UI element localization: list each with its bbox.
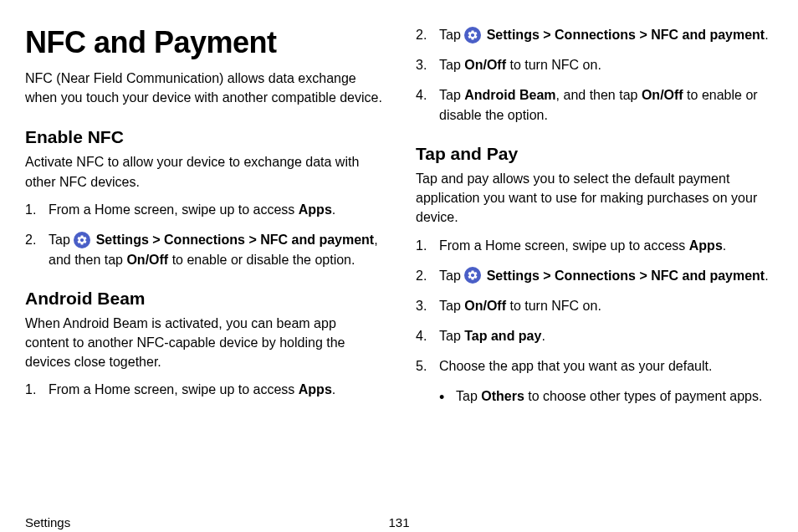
- step-text: From a Home screen, swipe up to access: [439, 238, 689, 253]
- step-text: Choose the app that you want as your def…: [439, 359, 712, 373]
- step-number: 2.: [416, 266, 427, 286]
- tap-pay-steps: 1. From a Home screen, swipe up to acces…: [416, 236, 773, 376]
- android-beam-steps: 1. From a Home screen, swipe up to acces…: [25, 380, 382, 400]
- settings-label: Settings: [483, 269, 540, 283]
- settings-label: Settings: [483, 28, 540, 42]
- bullet-text: Tap: [456, 389, 481, 403]
- tap-pay-step-3: 3. Tap On/Off to turn NFC on.: [416, 296, 773, 316]
- step-number: 4.: [416, 85, 427, 105]
- enable-nfc-heading: Enable NFC: [25, 127, 382, 147]
- nfc-payment-label: NFC and payment: [651, 269, 765, 283]
- tap-pay-desc: Tap and pay allows you to select the def…: [416, 169, 773, 228]
- tap-pay-heading: Tap and Pay: [416, 144, 773, 164]
- apps-label: Apps: [299, 202, 332, 217]
- enable-nfc-step-1: 1. From a Home screen, swipe up to acces…: [25, 200, 382, 220]
- step-number: 2.: [416, 25, 427, 45]
- tap-pay-bullets: Tap Others to choose other types of paym…: [416, 386, 773, 407]
- page-title: NFC and Payment: [25, 25, 382, 60]
- sep: >: [149, 233, 164, 247]
- android-beam-desc: When Android Beam is activated, you can …: [25, 314, 382, 372]
- connections-label: Connections: [555, 269, 636, 283]
- footer-section: Settings: [25, 515, 70, 529]
- step-number: 2.: [25, 230, 36, 250]
- enable-nfc-desc: Activate NFC to allow your device to exc…: [25, 152, 382, 191]
- step-text: From a Home screen, swipe up to access: [49, 202, 299, 217]
- settings-icon: [464, 27, 481, 43]
- nfc-payment-label: NFC and payment: [651, 28, 765, 42]
- apps-label: Apps: [689, 238, 723, 253]
- step-text: Tap: [439, 88, 464, 102]
- onoff-label: On/Off: [464, 58, 506, 72]
- others-label: Others: [481, 389, 524, 403]
- step-text: Tap: [439, 329, 464, 343]
- step-text: to enable or disable the option.: [168, 253, 355, 267]
- onoff-label: On/Off: [126, 253, 168, 267]
- period: .: [332, 382, 335, 396]
- period: .: [541, 329, 545, 343]
- tap-and-pay-label: Tap and pay: [464, 329, 541, 343]
- android-beam-step-4: 4. Tap Android Beam, and then tap On/Off…: [416, 85, 773, 125]
- nfc-payment-label: NFC and payment: [260, 233, 374, 247]
- step-text: Tap: [439, 299, 464, 313]
- step-text: to turn NFC on.: [506, 299, 601, 313]
- enable-nfc-section: Enable NFC Activate NFC to allow your de…: [25, 127, 382, 269]
- enable-nfc-step-2: 2. Tap Settings > Connections > NFC and …: [25, 230, 382, 270]
- tap-pay-section: Tap and Pay Tap and pay allows you to se…: [416, 144, 773, 407]
- period: .: [765, 269, 768, 283]
- step-text: Tap: [439, 28, 464, 42]
- android-beam-heading: Android Beam: [25, 289, 382, 309]
- bullet-text: to choose other types of payment apps.: [524, 389, 763, 403]
- step-text: Tap: [439, 269, 464, 283]
- sep: >: [245, 233, 260, 247]
- sep: >: [636, 28, 651, 42]
- onoff-label: On/Off: [464, 299, 506, 313]
- tap-pay-step-5: 5. Choose the app that you want as your …: [416, 356, 773, 376]
- period: .: [723, 238, 726, 253]
- sep: >: [540, 28, 555, 42]
- sep: >: [540, 269, 555, 283]
- tap-pay-step-1: 1. From a Home screen, swipe up to acces…: [416, 236, 773, 256]
- apps-label: Apps: [299, 382, 332, 396]
- step-number: 1.: [25, 380, 36, 400]
- enable-nfc-steps: 1. From a Home screen, swipe up to acces…: [25, 200, 382, 270]
- step-number: 1.: [25, 200, 36, 220]
- step-text: Tap: [439, 58, 464, 72]
- settings-icon: [464, 267, 481, 284]
- settings-label: Settings: [92, 233, 149, 247]
- step-text: From a Home screen, swipe up to access: [49, 382, 299, 396]
- android-beam-step-1: 1. From a Home screen, swipe up to acces…: [25, 380, 382, 400]
- connections-label: Connections: [164, 233, 245, 247]
- tap-pay-step-4: 4. Tap Tap and pay.: [416, 326, 773, 346]
- android-beam-section: Android Beam When Android Beam is activa…: [25, 289, 382, 401]
- onoff-label: On/Off: [642, 88, 683, 102]
- period: .: [332, 202, 335, 217]
- footer-page-number: 131: [388, 515, 409, 529]
- android-beam-steps-cont: 2. Tap Settings > Connections > NFC and …: [416, 25, 773, 125]
- step-number: 3.: [416, 55, 427, 75]
- sep: >: [636, 269, 651, 283]
- period: .: [765, 28, 768, 42]
- settings-icon: [74, 232, 90, 248]
- tap-pay-bullet-1: Tap Others to choose other types of paym…: [439, 386, 773, 407]
- android-beam-step-2: 2. Tap Settings > Connections > NFC and …: [416, 25, 773, 45]
- step-number: 5.: [416, 356, 427, 376]
- step-number: 3.: [416, 296, 427, 316]
- tap-pay-step-2: 2. Tap Settings > Connections > NFC and …: [416, 266, 773, 286]
- page-intro: NFC (Near Field Communication) allows da…: [25, 69, 382, 107]
- step-number: 4.: [416, 326, 427, 346]
- right-column: 2. Tap Settings > Connections > NFC and …: [416, 25, 773, 489]
- connections-label: Connections: [555, 28, 636, 42]
- android-beam-step-3: 3. Tap On/Off to turn NFC on.: [416, 55, 773, 75]
- android-beam-label: Android Beam: [464, 88, 555, 102]
- left-column: NFC and Payment NFC (Near Field Communic…: [25, 25, 382, 489]
- step-text: to turn NFC on.: [506, 58, 601, 72]
- step-text: Tap: [49, 233, 74, 247]
- step-number: 1.: [416, 236, 427, 256]
- step-text: , and then tap: [556, 88, 642, 102]
